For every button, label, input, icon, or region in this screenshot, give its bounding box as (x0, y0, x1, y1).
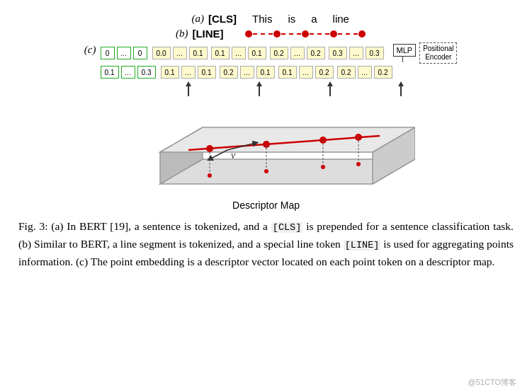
svg-text:v: v (231, 150, 236, 161)
embed-line-0: 0.1 (101, 66, 119, 79)
svg-point-19 (356, 162, 361, 166)
line-mono: [LINE] (344, 240, 381, 250)
eb2-09: 0.2 (337, 66, 356, 79)
embed-line-dots: … (121, 66, 135, 79)
eb-02: 0.1 (189, 47, 208, 59)
token-list: [CLS] This is a line (208, 13, 349, 25)
eb-00: 0.0 (152, 47, 171, 59)
caption-text-1: Fig. 3: (a) In BERT [19], a sentence is … (18, 220, 271, 232)
diagram: (a) [CLS] This is a line (b) [LINE] (13, 7, 519, 214)
dot-5 (358, 30, 366, 38)
eb-03: 0.1 (211, 47, 230, 59)
dash-2 (281, 33, 301, 35)
eb2-04: … (240, 66, 254, 79)
row-b: (b) [LINE] (166, 28, 365, 40)
dash-1 (253, 33, 273, 35)
eb2-07: … (299, 66, 313, 79)
eb2-05: 0.1 (256, 66, 275, 79)
dot-1 (245, 30, 252, 38)
token-is: is (288, 13, 295, 25)
dot-line (245, 30, 366, 38)
eb2-06: 0.1 (278, 66, 297, 79)
eb-10: … (349, 47, 363, 59)
token-this: This (252, 13, 272, 25)
arrow-3 (327, 81, 333, 96)
eb-09: 0.3 (329, 47, 347, 59)
dash-3 (310, 33, 329, 35)
page: (a) [CLS] This is a line (b) [LINE] (0, 0, 532, 392)
row-a-label: (a) (183, 13, 208, 25)
dash-4 (338, 33, 358, 35)
embed-row-2: 0.1 … 0.3 0.1 … 0.1 0.2 … 0.1 0.1 … 0.2 … (101, 66, 392, 79)
eb2-08: 0.2 (315, 66, 334, 79)
embed-cls-1: 0 (133, 47, 147, 59)
svg-point-18 (321, 165, 325, 169)
embed-line-1: 0.3 (137, 66, 156, 79)
eb-07: … (290, 47, 305, 59)
eb2-02: 0.1 (198, 66, 216, 79)
row-b-label: (b) (166, 28, 192, 40)
descriptor-map-label: Descriptor Map (232, 200, 300, 211)
line-token-label: [LINE] (192, 28, 223, 40)
eb2-03: 0.2 (220, 66, 238, 79)
token-cls: [CLS] (208, 13, 237, 25)
eb-06: 0.2 (270, 47, 288, 59)
token-line: line (333, 13, 349, 25)
line-token-row: [LINE] (192, 28, 365, 40)
eb-08: 0.2 (307, 47, 325, 59)
row-c: (c) 0 … 0 0.0 … 0.1 0.1 … 0.1 0.2 … (75, 42, 458, 79)
eb2-00: 0.1 (161, 66, 179, 79)
dot-4 (330, 30, 337, 38)
arrow-1 (186, 81, 191, 96)
dot-3 (302, 30, 309, 38)
svg-point-17 (264, 169, 268, 173)
arrows-row (164, 81, 426, 96)
embed-cls-dots: … (117, 47, 131, 59)
embed-cls-0: 0 (101, 47, 115, 59)
cls-mono: [CLS] (271, 222, 303, 233)
eb2-11: 0.2 (374, 66, 392, 79)
eb-04: … (232, 47, 246, 59)
eb2-01: … (181, 66, 196, 79)
arrow-2 (256, 81, 262, 96)
svg-point-16 (208, 173, 212, 178)
descriptor-map-svg: v (118, 99, 415, 198)
token-a: a (311, 13, 317, 25)
row-a: (a) [CLS] This is a line (183, 13, 349, 25)
eb-11: 0.3 (366, 47, 384, 59)
caption: Fig. 3: (a) In BERT [19], a sentence is … (13, 218, 519, 270)
row-c-label: (c) (75, 42, 101, 56)
eb-05: 0.1 (248, 47, 266, 59)
eb2-10: … (358, 66, 372, 79)
mlp-box: MLP (393, 44, 417, 57)
watermark: @51CTO博客 (468, 377, 516, 388)
embed-row-1: 0 … 0 0.0 … 0.1 0.1 … 0.1 0.2 … 0.2 0.3 … (101, 42, 458, 64)
dot-2 (273, 30, 281, 38)
arrow-4 (398, 81, 404, 96)
embed-section: 0 … 0 0.0 … 0.1 0.1 … 0.1 0.2 … 0.2 0.3 … (101, 42, 458, 79)
pos-enc-box: PositionalEncoder (419, 42, 457, 64)
eb-01: … (173, 47, 187, 59)
descriptor-map-container: v (118, 99, 415, 198)
